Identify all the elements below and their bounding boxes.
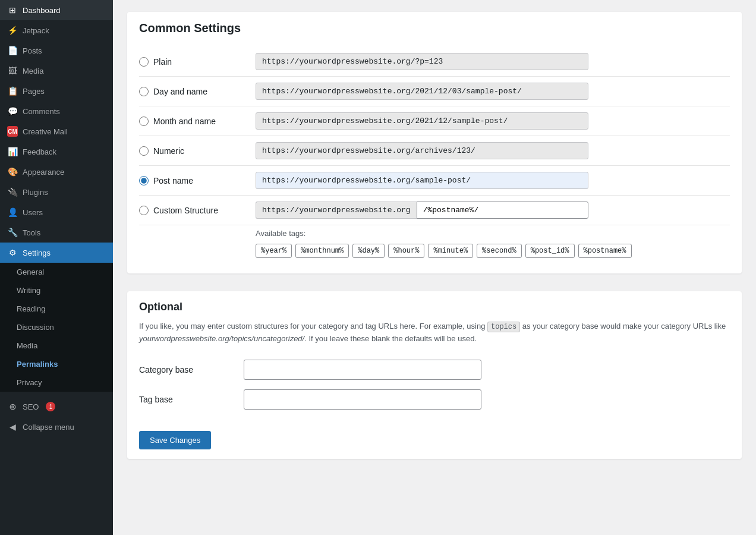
month-name-text: Month and name xyxy=(153,117,216,126)
sidebar-item-writing[interactable]: Writing xyxy=(0,281,113,300)
sidebar-item-privacy[interactable]: Privacy xyxy=(0,373,113,392)
day-name-label[interactable]: Day and name xyxy=(139,87,246,96)
category-base-row: Category base xyxy=(139,360,730,380)
sidebar-item-jetpack[interactable]: ⚡ Jetpack xyxy=(0,20,113,40)
seo-label: SEO xyxy=(23,402,39,411)
save-changes-button[interactable]: Save Changes xyxy=(139,431,211,449)
sidebar-item-media-sub[interactable]: Media xyxy=(0,336,113,355)
sidebar-item-plugins[interactable]: 🔌 Plugins xyxy=(0,182,113,202)
sidebar-item-feedback[interactable]: 📊 Feedback xyxy=(0,141,113,162)
tag-post-id[interactable]: %post_id% xyxy=(525,244,575,258)
sidebar-item-posts[interactable]: 📄 Posts xyxy=(0,40,113,61)
plain-label[interactable]: Plain xyxy=(139,57,246,67)
custom-structure-input[interactable] xyxy=(417,202,588,219)
sidebar-item-comments[interactable]: 💬 Comments xyxy=(0,101,113,121)
sidebar-item-dashboard-label: Dashboard xyxy=(23,6,61,15)
sidebar-item-general[interactable]: General xyxy=(0,263,113,281)
optional-description: If you like, you may enter custom struct… xyxy=(139,320,730,345)
sidebar-item-seo[interactable]: ◎ SEO 1 xyxy=(0,396,113,417)
month-name-row: Month and name https://yourwordpresswebs… xyxy=(139,106,730,136)
post-name-label[interactable]: Post name xyxy=(139,176,246,185)
seo-badge: 1 xyxy=(46,402,55,411)
sidebar-item-settings-label: Settings xyxy=(23,248,51,257)
optional-title: Optional xyxy=(139,301,730,313)
sidebar-item-discussion[interactable]: Discussion xyxy=(0,318,113,336)
tag-monthnum[interactable]: %monthnum% xyxy=(295,244,349,258)
sidebar-item-creative-mail[interactable]: CM Creative Mail xyxy=(0,121,113,141)
sidebar-item-reading[interactable]: Reading xyxy=(0,300,113,318)
tag-year[interactable]: %year% xyxy=(256,244,292,258)
day-name-text: Day and name xyxy=(153,87,207,96)
day-name-url: https://yourwordpresswebsite.org/2021/12… xyxy=(256,83,588,100)
settings-submenu: General Writing Reading Discussion Media… xyxy=(0,263,113,392)
comments-icon: 💬 xyxy=(7,106,18,117)
permalinks-label: Permalinks xyxy=(17,360,58,369)
topics-code: topics xyxy=(487,322,520,332)
tools-icon: 🔧 xyxy=(7,227,18,238)
tag-day[interactable]: %day% xyxy=(352,244,385,258)
tag-second[interactable]: %second% xyxy=(477,244,522,258)
sidebar: ⊞ Dashboard ⚡ Jetpack 📄 Posts 🖼 Media 📋 … xyxy=(0,0,113,535)
numeric-radio[interactable] xyxy=(139,146,149,156)
numeric-label[interactable]: Numeric xyxy=(139,146,246,156)
sidebar-item-feedback-label: Feedback xyxy=(23,147,56,156)
tag-minute[interactable]: %minute% xyxy=(428,244,473,258)
plain-text: Plain xyxy=(153,57,172,67)
sidebar-item-pages[interactable]: 📋 Pages xyxy=(0,81,113,101)
main-content: Common Settings Plain https://yourwordpr… xyxy=(113,0,756,535)
pages-icon: 📋 xyxy=(7,86,18,96)
sidebar-item-plugins-label: Plugins xyxy=(23,188,48,197)
plain-url: https://yourwordpresswebsite.org/?p=123 xyxy=(256,53,588,70)
feedback-icon: 📊 xyxy=(7,146,18,157)
sidebar-item-collapse[interactable]: ◀ Collapse menu xyxy=(0,417,113,437)
plain-radio[interactable] xyxy=(139,57,149,67)
writing-label: Writing xyxy=(17,286,40,295)
tag-postname[interactable]: %postname% xyxy=(578,244,632,258)
settings-icon: ⚙ xyxy=(7,247,18,258)
discussion-label: Discussion xyxy=(17,323,54,332)
category-base-label: Category base xyxy=(139,365,234,374)
tag-base-input[interactable] xyxy=(244,389,481,410)
custom-structure-label[interactable]: Custom Structure xyxy=(139,206,246,215)
sidebar-item-permalinks[interactable]: Permalinks xyxy=(0,355,113,373)
media-icon: 🖼 xyxy=(7,65,18,76)
post-name-row: Post name https://yourwordpresswebsite.o… xyxy=(139,166,730,196)
custom-structure-radio[interactable] xyxy=(139,206,149,215)
post-name-radio[interactable] xyxy=(139,176,149,185)
media-sub-label: Media xyxy=(17,341,37,350)
day-name-row: Day and name https://yourwordpresswebsit… xyxy=(139,77,730,106)
collapse-icon: ◀ xyxy=(7,421,18,432)
tag-hour[interactable]: %hour% xyxy=(388,244,424,258)
privacy-label: Privacy xyxy=(17,378,42,387)
post-name-url: https://yourwordpresswebsite.org/sample-… xyxy=(256,172,588,189)
general-label: General xyxy=(17,268,44,276)
creative-mail-icon: CM xyxy=(7,126,18,137)
sidebar-item-users[interactable]: 👤 Users xyxy=(0,202,113,222)
optional-section: Optional If you like, you may enter cust… xyxy=(127,291,742,459)
sidebar-item-settings[interactable]: ⚙ Settings xyxy=(0,243,113,263)
day-name-radio[interactable] xyxy=(139,87,149,96)
tag-base-row: Tag base xyxy=(139,389,730,410)
sidebar-item-tools-label: Tools xyxy=(23,228,40,237)
sidebar-item-media[interactable]: 🖼 Media xyxy=(0,61,113,81)
collapse-label: Collapse menu xyxy=(23,423,74,432)
sidebar-item-comments-label: Comments xyxy=(23,107,60,116)
sidebar-item-dashboard[interactable]: ⊞ Dashboard xyxy=(0,0,113,20)
plugins-icon: 🔌 xyxy=(7,187,18,197)
common-settings-title: Common Settings xyxy=(139,21,730,35)
sidebar-item-creative-mail-label: Creative Mail xyxy=(23,127,68,136)
users-icon: 👤 xyxy=(7,207,18,218)
month-name-label[interactable]: Month and name xyxy=(139,117,246,126)
sidebar-item-appearance[interactable]: 🎨 Appearance xyxy=(0,162,113,182)
appearance-icon: 🎨 xyxy=(7,166,18,177)
sidebar-item-appearance-label: Appearance xyxy=(23,168,64,177)
post-name-text: Post name xyxy=(153,176,193,185)
nav-items: ⊞ Dashboard ⚡ Jetpack 📄 Posts 🖼 Media 📋 … xyxy=(0,0,113,437)
dashboard-icon: ⊞ xyxy=(7,5,18,15)
sidebar-item-tools[interactable]: 🔧 Tools xyxy=(0,222,113,243)
numeric-url: https://yourwordpresswebsite.org/archive… xyxy=(256,142,588,159)
category-base-input[interactable] xyxy=(244,360,481,380)
sidebar-item-posts-label: Posts xyxy=(23,46,42,55)
settings-arrow xyxy=(102,249,106,256)
month-name-radio[interactable] xyxy=(139,117,149,126)
